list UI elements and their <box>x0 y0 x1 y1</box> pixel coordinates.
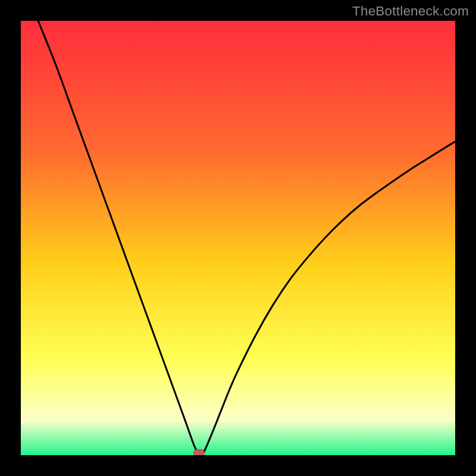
chart-container: TheBottleneck.com <box>0 0 476 476</box>
chart-svg <box>21 21 455 455</box>
optimum-marker <box>193 449 204 455</box>
plot-area <box>21 21 455 455</box>
gradient-background <box>21 21 455 455</box>
watermark-text: TheBottleneck.com <box>352 4 469 19</box>
